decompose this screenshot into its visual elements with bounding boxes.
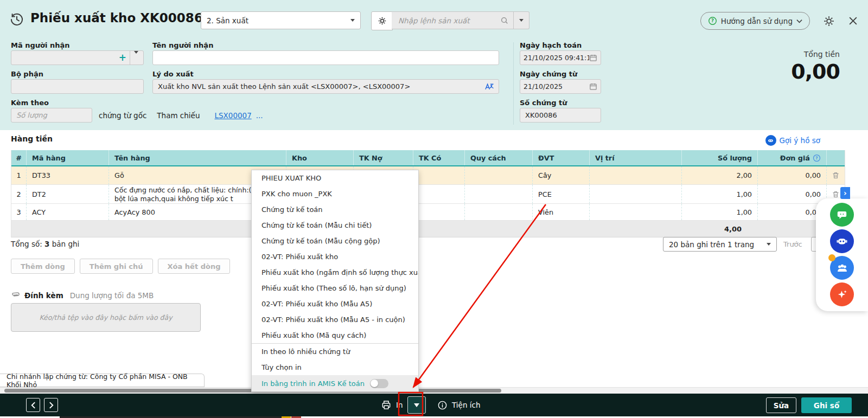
attach-count-field[interactable] [11,108,92,123]
production-order-settings-button[interactable] [371,11,393,30]
col-header-credit-account: TK Có [413,150,465,165]
close-button[interactable] [848,16,858,26]
reference-more-link[interactable]: ... [256,111,263,120]
menu-item[interactable]: 02-VT: Phiếu xuất kho [252,249,418,265]
menu-item[interactable]: Phiếu xuất kho (Theo số lô, hạn sử dụng) [252,280,418,296]
table-total-row: 4,00 [11,221,845,237]
file-dropzone[interactable]: Kéo/thả tệp vào đây hoặc bấm vào đây [11,303,201,332]
unit-cell[interactable]: Viên [533,204,590,220]
page-size-select[interactable]: 20 bản ghi trên 1 trang [663,237,777,252]
delete-row-button[interactable] [827,166,845,184]
ai-assistant-button[interactable] [830,229,854,253]
menu-item[interactable]: In theo lô nhiều chứng từ [252,344,418,359]
item-code-cell[interactable]: ACY [27,204,109,220]
doc-type-select[interactable]: 2. Sản xuất [201,11,361,29]
doc-date-field[interactable] [520,79,601,94]
menu-item[interactable]: PHIEU XUAT KHO [252,170,418,186]
receiver-name-field[interactable] [152,50,499,65]
add-note-button[interactable]: Thêm ghi chú [80,259,153,274]
help-guide-button[interactable]: ? Hướng dẫn sử dụng [700,12,810,30]
prev-document-button[interactable] [26,398,40,412]
credit-account-cell[interactable] [413,185,465,203]
translate-icon[interactable] [484,82,494,91]
add-row-button[interactable]: Thêm dòng [11,259,75,274]
col-header-actions [827,150,845,165]
menu-item[interactable]: Chứng từ kế toán (Mẫu chi tiết) [252,217,418,233]
unit-cell[interactable]: Cây [533,166,590,184]
header-section: Phiếu xuất kho XK00086 2. Sản xuất Nhập … [0,0,868,130]
item-code-cell[interactable]: DT2 [27,185,109,203]
print-label[interactable]: In [396,401,403,409]
quantity-cell[interactable]: 1,00 [682,204,758,220]
receiver-code-input[interactable] [16,54,116,62]
posting-date-field[interactable] [520,50,601,65]
col-header-warehouse: Kho [286,150,354,165]
menu-item[interactable]: 02-VT: Phiếu xuất kho (Mẫu A5) [252,296,418,312]
production-order-search[interactable]: Nhập lệnh sản xuất [392,11,529,29]
posting-date-input[interactable] [524,54,589,62]
item-code-cell[interactable]: DT33 [27,166,109,184]
spec-cell[interactable] [465,185,533,203]
col-header-item-code: Mã hàng [27,150,109,165]
credit-account-cell[interactable] [413,204,465,220]
document-suggestion-link[interactable]: Gợi ý hồ sơ [765,135,820,146]
department-input[interactable] [16,82,138,91]
floating-assistant-panel [816,198,868,311]
edit-button[interactable]: Sửa [766,397,796,413]
community-button[interactable] [830,256,854,280]
menu-item[interactable]: PXK cho muon _PXK [252,186,418,202]
menu-item[interactable]: Tùy chọn in [252,359,418,375]
doc-date-input[interactable] [524,82,589,91]
menu-item[interactable]: Chứng từ kế toán [252,202,418,217]
credit-account-cell[interactable] [413,166,465,184]
table-row[interactable]: 2 DT2 Cốc đựng nước có nắp, chất liệu: c… [11,185,845,204]
location-cell[interactable] [590,166,682,184]
ai-sparkle-button[interactable] [830,282,854,306]
menu-item[interactable]: Phiếu xuất kho (Mã quy cách) [252,327,418,343]
reason-input[interactable] [158,82,484,91]
utilities-button[interactable]: Tiện ích [437,394,480,416]
panel-expand-button[interactable]: › [840,187,850,199]
settings-gear-button[interactable] [823,15,835,27]
spec-cell[interactable] [465,204,533,220]
pagination-prev[interactable]: Trước [783,240,802,248]
receiver-code-field[interactable]: + [11,50,144,65]
table-row[interactable]: 1 DT33 Gỗ Cây 2,00 0,00 [11,166,845,185]
row-index: 3 [11,204,27,220]
amis-print-toggle[interactable] [370,379,388,388]
attach-count-input[interactable] [16,111,87,119]
reason-field[interactable] [152,79,499,94]
print-options-dropdown-button[interactable] [407,396,426,414]
calendar-icon[interactable] [589,82,597,91]
unit-price-cell[interactable]: 0,00 [758,185,827,203]
search-dropdown-button[interactable] [514,17,529,24]
reference-link[interactable]: LSX00007 [214,111,251,120]
location-cell[interactable] [590,204,682,220]
doc-no-field[interactable] [520,108,601,123]
menu-item[interactable]: 02-VT: Phiếu xuất kho (Mẫu A5 - in cuộn) [252,312,418,327]
department-field[interactable] [11,79,144,94]
calendar-icon[interactable] [589,54,597,62]
add-receiver-button[interactable]: + [116,53,130,62]
quantity-cell[interactable]: 2,00 [682,166,758,184]
spec-cell[interactable] [465,166,533,184]
delete-all-rows-button[interactable]: Xóa hết dòng [158,259,231,274]
table-row[interactable]: 3 ACY AcyAcy 800 Viên 1,00 0,00 [11,204,845,221]
location-cell[interactable] [590,185,682,203]
quantity-cell[interactable]: 1,00 [682,185,758,203]
chat-support-button[interactable] [830,203,854,227]
receiver-name-input[interactable] [158,54,494,62]
menu-item-amis-print[interactable]: In bằng trình in AMIS Kế toán [252,375,418,391]
menu-item[interactable]: Chứng từ kế toán (Mẫu cộng gộp) [252,233,418,249]
menu-item[interactable]: Phiếu xuất kho (ngầm định số lượng thực … [252,265,418,280]
printer-icon[interactable] [381,400,392,410]
history-icon[interactable] [9,12,24,27]
doc-no-input[interactable] [525,111,596,119]
receiver-dropdown-button[interactable] [130,54,138,62]
unit-cell[interactable]: PCE [533,185,590,203]
col-header-index: # [11,150,27,165]
save-ledger-button[interactable]: Ghi sổ [801,397,852,413]
unit-price-cell[interactable]: 0,00 [758,166,827,184]
help-circle-icon[interactable]: ? [813,154,821,162]
next-document-button[interactable] [44,398,58,412]
